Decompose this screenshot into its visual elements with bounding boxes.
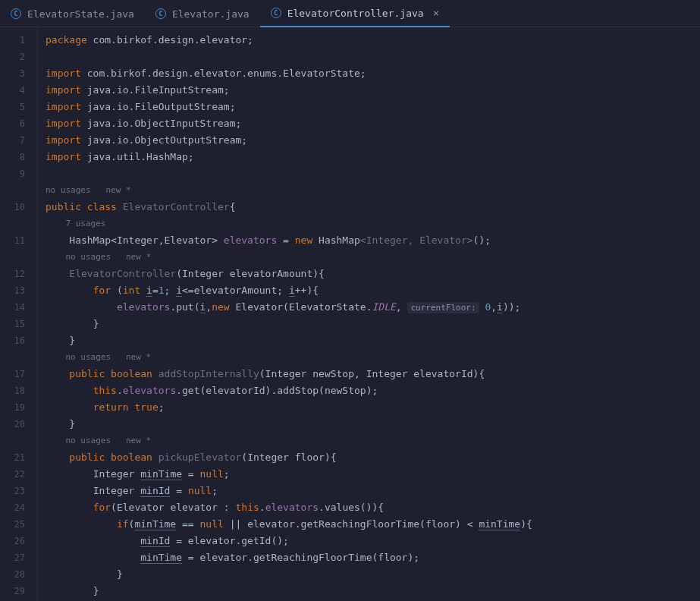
param-hint: currentFloor: <box>407 302 479 313</box>
tab-elevatorcontroller[interactable]: C ElevatorController.java × <box>260 0 450 27</box>
usage-hint: no usages new * <box>46 182 700 199</box>
tab-elevator[interactable]: C Elevator.java <box>145 0 260 27</box>
close-icon[interactable]: × <box>433 7 439 19</box>
line-gutter: 1 2 3 4 5 6 7 8 9 10 11 12 13 14 15 16 1… <box>0 27 38 601</box>
usage-hint: no usages new * <box>46 433 700 449</box>
usage-hint: no usages new * <box>46 249 700 266</box>
class-icon: C <box>271 8 281 18</box>
code-area[interactable]: package com.birkof.design.elevator; impo… <box>38 27 700 601</box>
tab-elevatorstate[interactable]: C ElevatorState.java <box>0 0 145 27</box>
class-icon: C <box>11 8 21 19</box>
usage-hint: no usages new * <box>46 349 700 366</box>
tab-label: ElevatorState.java <box>27 8 134 20</box>
usage-hint: 7 usages <box>46 216 700 232</box>
code-editor[interactable]: 1 2 3 4 5 6 7 8 9 10 11 12 13 14 15 16 1… <box>0 27 700 601</box>
tab-label: Elevator.java <box>172 8 250 20</box>
editor-tabs: C ElevatorState.java C Elevator.java C E… <box>0 0 700 27</box>
class-icon: C <box>155 8 166 19</box>
tab-label: ElevatorController.java <box>287 8 424 19</box>
